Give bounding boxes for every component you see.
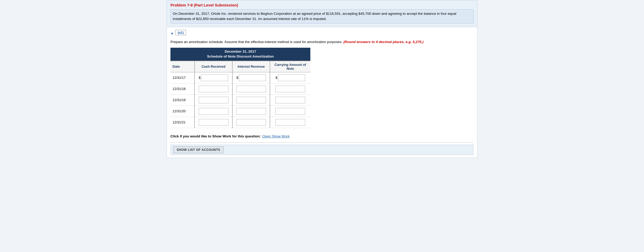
cash-received-input-0[interactable] (201, 74, 228, 81)
table-title: December 31, 2017 Schedule of Note Disco… (170, 48, 310, 61)
amort-table-wrapper: December 31, 2017 Schedule of Note Disco… (170, 48, 310, 128)
interest-revenue-cell-3[interactable] (232, 106, 270, 117)
date-cell-1: 12/31/18 (170, 83, 195, 94)
header-interest-revenue: Interest Revenue (232, 61, 270, 72)
date-cell-4: 12/31/21 (170, 117, 195, 128)
problem-description: On December 31, 2017, Oriole Inc. render… (170, 9, 474, 24)
cash-received-input-1[interactable] (199, 86, 228, 92)
date-cell-2: 12/31/19 (170, 94, 195, 106)
bottom-bar: SHOW LIST OF ACCOUNTS (170, 145, 474, 155)
cash-received-input-2[interactable] (199, 97, 228, 103)
carrying-amount-input-4[interactable] (275, 119, 305, 126)
cash-received-input-3[interactable] (199, 108, 228, 115)
carrying-amount-cell-0[interactable]: $ (270, 72, 310, 83)
dollar-sign-interest: $ (236, 76, 238, 80)
divider (170, 142, 474, 143)
carrying-amount-cell-4[interactable] (270, 117, 310, 128)
cash-received-cell-4[interactable] (195, 117, 232, 128)
carrying-amount-input-3[interactable] (275, 108, 305, 115)
cash-received-input-4[interactable] (199, 119, 228, 126)
interest-revenue-cell-1[interactable] (232, 83, 270, 94)
show-work-label: Click if you would like to Show Work for… (170, 134, 261, 138)
table-header-row: Date Cash Received Interest Revenue Carr… (170, 61, 310, 72)
problem-header: Problem 7-8 (Part Level Submission) On D… (167, 0, 477, 26)
section-a1-label: (a1) (175, 30, 186, 35)
table-row: 12/31/18 (170, 83, 310, 94)
interest-revenue-cell-4[interactable] (232, 117, 270, 128)
show-work-section: Click if you would like to Show Work for… (170, 132, 474, 140)
amort-table: Date Cash Received Interest Revenue Carr… (170, 61, 310, 128)
carrying-amount-cell-3[interactable] (270, 106, 310, 117)
show-list-accounts-button[interactable]: SHOW LIST OF ACCOUNTS (173, 146, 224, 153)
table-title-line2: Schedule of Note Discount Amortization (173, 54, 308, 59)
date-cell-3: 12/31/20 (170, 106, 195, 117)
carrying-amount-input-2[interactable] (275, 97, 305, 103)
table-row: 12/31/19 (170, 94, 310, 106)
collapse-arrow-icon[interactable]: ▼ (170, 32, 174, 36)
interest-revenue-input-0[interactable] (239, 74, 266, 81)
carrying-amount-cell-2[interactable] (270, 94, 310, 106)
prepare-text-main: Prepare an amortization schedule. Assume… (170, 40, 342, 44)
interest-revenue-cell-0[interactable]: $ (232, 72, 270, 83)
cash-received-cell-0[interactable]: $ (195, 72, 232, 83)
carrying-amount-input-0[interactable] (278, 74, 305, 81)
section-label-wrapper: ▼ (a1) (170, 30, 474, 37)
cash-received-cell-3[interactable] (195, 106, 232, 117)
table-row: 12/31/17$$$ (170, 72, 310, 83)
page-wrapper: Problem 7-8 (Part Level Submission) On D… (167, 0, 477, 158)
interest-revenue-input-3[interactable] (236, 108, 266, 115)
date-cell-0: 12/31/17 (170, 72, 195, 83)
header-carrying-amount: Carrying Amount of Note (270, 61, 310, 72)
dollar-sign-carrying: $ (275, 76, 277, 80)
table-title-line1: December 31, 2017 (173, 49, 308, 54)
carrying-amount-input-1[interactable] (275, 86, 305, 92)
dollar-sign-cash: $ (199, 76, 201, 80)
open-show-work-link[interactable]: Open Show Work (262, 134, 290, 138)
carrying-amount-cell-1[interactable] (270, 83, 310, 94)
cash-received-cell-2[interactable] (195, 94, 232, 106)
header-cash-received: Cash Received (195, 61, 232, 72)
interest-revenue-input-2[interactable] (236, 97, 266, 103)
problem-title: Problem 7-8 (Part Level Submission) (170, 3, 474, 7)
interest-revenue-input-4[interactable] (236, 119, 266, 126)
interest-revenue-input-1[interactable] (236, 86, 266, 92)
round-note: (Round answers to 0 decimal places, e.g.… (344, 40, 424, 44)
prepare-text: Prepare an amortization schedule. Assume… (170, 39, 474, 45)
interest-revenue-cell-2[interactable] (232, 94, 270, 106)
cash-received-cell-1[interactable] (195, 83, 232, 94)
section-a1: ▼ (a1) Prepare an amortization schedule.… (167, 27, 477, 158)
table-row: 12/31/21 (170, 117, 310, 128)
table-row: 12/31/20 (170, 106, 310, 117)
header-date: Date (170, 61, 195, 72)
